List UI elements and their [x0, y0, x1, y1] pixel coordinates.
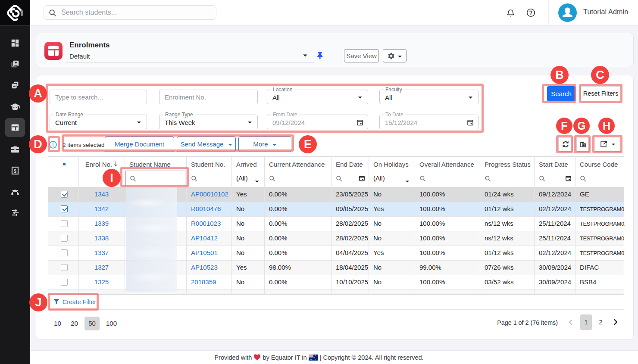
- svg-text:$: $: [14, 168, 16, 174]
